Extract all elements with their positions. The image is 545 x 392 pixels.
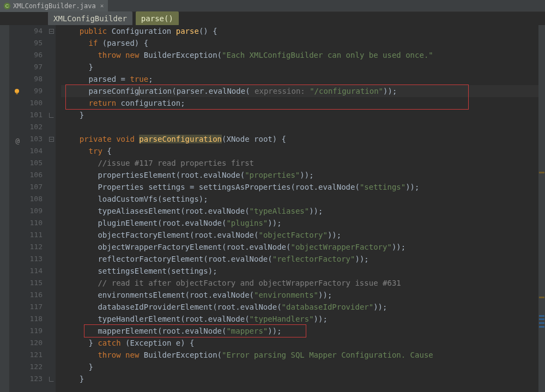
line-number[interactable]: 104 xyxy=(10,145,43,157)
line-number[interactable]: 116 xyxy=(10,289,43,301)
svg-text:C: C xyxy=(5,3,9,9)
line-number[interactable]: 118 xyxy=(10,313,43,325)
code-line[interactable]: private void parseConfiguration(XNode ro… xyxy=(61,133,545,145)
line-number[interactable]: 100 xyxy=(10,97,43,109)
code-line[interactable]: settingsElement(settings); xyxy=(61,265,545,277)
line-number[interactable]: 120 xyxy=(10,337,43,349)
error-stripe-mark[interactable] xyxy=(539,172,544,173)
code-line[interactable]: propertiesElement(root.evalNode("propert… xyxy=(61,169,545,181)
code-line[interactable]: parsed = true; xyxy=(61,73,545,85)
code-line[interactable]: Properties settings = settingsAsProperti… xyxy=(61,181,545,193)
line-number[interactable]: 119 xyxy=(10,325,43,337)
line-number[interactable]: 115 xyxy=(10,277,43,289)
breadcrumb-method[interactable]: parse() xyxy=(136,11,179,26)
line-number[interactable]: 111 xyxy=(10,229,43,241)
code-line[interactable]: reflectorFactoryElement(root.evalNode("r… xyxy=(61,253,545,265)
fold-gutter[interactable] xyxy=(48,25,56,392)
line-number[interactable]: 98 xyxy=(10,73,43,85)
fold-collapse-icon[interactable] xyxy=(49,137,54,142)
editor: 949596979899100101102103@104105106107108… xyxy=(0,25,545,392)
code-line[interactable]: typeAliasesElement(root.evalNode("typeAl… xyxy=(61,205,545,217)
code-area[interactable]: public Configuration parse() { if (parse… xyxy=(56,25,545,392)
fold-end-icon[interactable] xyxy=(49,113,54,118)
line-number[interactable]: 113 xyxy=(10,253,43,265)
code-line[interactable]: throw new BuilderException("Error parsin… xyxy=(61,349,545,361)
error-stripe-mark[interactable] xyxy=(539,322,544,324)
java-class-icon: C xyxy=(3,2,11,10)
tab-filename: XMLConfigBuilder.java xyxy=(13,0,96,12)
line-number[interactable]: 97 xyxy=(10,61,43,73)
lightbulb-icon[interactable] xyxy=(13,87,21,95)
override-marker-icon[interactable]: @ xyxy=(12,135,20,143)
code-line[interactable] xyxy=(61,121,545,133)
breadcrumb-class[interactable]: XMLConfigBuilder xyxy=(48,11,132,26)
line-number[interactable]: 95 xyxy=(10,37,43,49)
fold-collapse-icon[interactable] xyxy=(49,29,54,34)
line-number[interactable]: 109 xyxy=(10,205,43,217)
line-number[interactable]: 110 xyxy=(10,217,43,229)
line-number[interactable]: 117 xyxy=(10,301,43,313)
error-stripe-mark[interactable] xyxy=(539,318,544,320)
line-number[interactable]: 107 xyxy=(10,181,43,193)
code-line[interactable]: } xyxy=(61,373,545,385)
line-number[interactable]: 94 xyxy=(10,25,43,37)
code-line[interactable]: typeHandlerElement(root.evalNode("typeHa… xyxy=(61,313,545,325)
code-line[interactable]: } xyxy=(61,361,545,373)
code-line[interactable]: if (parsed) { xyxy=(61,37,545,49)
code-line[interactable]: } xyxy=(61,61,545,73)
error-stripe-mark[interactable] xyxy=(539,326,544,328)
tab-bar: C XMLConfigBuilder.java ✕ xyxy=(0,0,545,12)
line-number[interactable]: 123 xyxy=(10,373,43,385)
line-number[interactable]: 121 xyxy=(10,349,43,361)
line-number[interactable]: 108 xyxy=(10,193,43,205)
code-line[interactable]: mapperElement(root.evalNode("mappers")); xyxy=(61,325,545,337)
code-line[interactable]: } xyxy=(61,109,545,121)
breadcrumb: XMLConfigBuilder parse() xyxy=(0,12,545,25)
tool-window-stripe[interactable] xyxy=(0,25,10,392)
fold-end-icon[interactable] xyxy=(49,377,54,382)
code-line[interactable]: databaseIdProviderElement(root.evalNode(… xyxy=(61,301,545,313)
code-line[interactable]: try { xyxy=(61,145,545,157)
text-caret xyxy=(139,87,140,95)
code-line[interactable]: loadCustomVfs(settings); xyxy=(61,193,545,205)
code-line[interactable]: return configuration; xyxy=(61,97,545,109)
identifier-highlight: parseConfiguration xyxy=(139,135,222,143)
line-number[interactable]: 96 xyxy=(10,49,43,61)
code-line[interactable]: pluginElement(root.evalNode("plugins")); xyxy=(61,217,545,229)
line-number[interactable]: 112 xyxy=(10,241,43,253)
code-line[interactable]: public Configuration parse() { xyxy=(61,25,545,37)
error-stripe-mark[interactable] xyxy=(539,315,544,317)
line-number[interactable]: 122 xyxy=(10,361,43,373)
code-line[interactable]: objectFactoryElement(root.evalNode("obje… xyxy=(61,229,545,241)
close-icon[interactable]: ✕ xyxy=(100,0,104,12)
code-line[interactable]: } catch (Exception e) { xyxy=(61,337,545,349)
code-line[interactable]: // read it after objectFactory and objec… xyxy=(61,277,545,289)
code-line[interactable]: objectWrapperFactoryElement(root.evalNod… xyxy=(61,241,545,253)
code-line[interactable]: parseConfiguration(parser.evalNode( expr… xyxy=(61,85,545,97)
svg-point-2 xyxy=(15,89,19,93)
line-number[interactable]: 105 xyxy=(10,157,43,169)
svg-rect-3 xyxy=(16,93,18,94)
line-number[interactable]: 114 xyxy=(10,265,43,277)
line-number[interactable]: 99 xyxy=(10,85,43,97)
code-line[interactable]: environmentsElement(root.evalNode("envir… xyxy=(61,289,545,301)
line-number[interactable]: 101 xyxy=(10,109,43,121)
line-number[interactable]: 102 xyxy=(10,121,43,133)
code-line[interactable]: throw new BuilderException("Each XMLConf… xyxy=(61,49,545,61)
editor-tab[interactable]: C XMLConfigBuilder.java ✕ xyxy=(0,0,108,12)
line-number-gutter[interactable]: 949596979899100101102103@104105106107108… xyxy=(10,25,48,392)
line-number[interactable]: 103@ xyxy=(10,133,43,145)
error-stripe-mark[interactable] xyxy=(539,297,544,298)
vertical-scrollbar[interactable] xyxy=(538,25,545,392)
code-line[interactable]: //issue #117 read properties first xyxy=(61,157,545,169)
line-number[interactable]: 106 xyxy=(10,169,43,181)
